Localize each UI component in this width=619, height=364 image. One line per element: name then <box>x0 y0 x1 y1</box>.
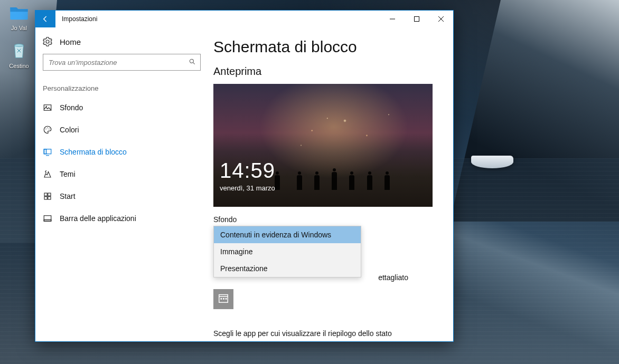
preview-time: 14:59 <box>220 159 275 183</box>
settings-window: Impostazioni Home <box>35 10 454 342</box>
window-title: Impostazioni <box>55 11 380 27</box>
sidebar-item-label: Barra delle applicazioni <box>60 214 136 223</box>
dropdown-option-slideshow[interactable]: Presentazione <box>214 260 361 277</box>
sidebar-item-label: Colori <box>60 126 79 134</box>
page-title: Schermata di blocco <box>213 38 440 56</box>
sidebar-item-label: Schermata di blocco <box>60 148 127 156</box>
calendar-icon <box>218 292 229 306</box>
lockscreen-icon <box>43 147 52 157</box>
search-icon <box>189 58 196 67</box>
dropdown-option-spotlight[interactable]: Contenuti in evidenza di Windows <box>214 226 361 243</box>
svg-rect-1 <box>415 17 419 22</box>
maximize-button[interactable] <box>405 11 429 27</box>
svg-rect-17 <box>221 298 222 300</box>
sidebar-item-themes[interactable]: Temi <box>35 163 208 185</box>
sidebar: Home Personalizzazione Sfondo <box>35 27 208 341</box>
sidebar-section-label: Personalizzazione <box>35 75 208 97</box>
dropdown-option-picture[interactable]: Immagine <box>214 243 361 260</box>
svg-rect-10 <box>44 193 47 196</box>
recycle-bin-icon <box>8 40 30 61</box>
svg-point-2 <box>190 59 193 63</box>
sidebar-item-background[interactable]: Sfondo <box>35 97 208 119</box>
taskbar-icon <box>43 214 52 223</box>
content: Schermata di blocco Anteprima 14:59 vene… <box>208 27 453 341</box>
dropdown-panel: Contenuti in evidenza di Windows Immagin… <box>213 226 361 277</box>
svg-point-0 <box>15 44 24 47</box>
quick-status-label: Scegli le app per cui visualizzare il ri… <box>213 329 437 338</box>
svg-point-7 <box>49 129 50 130</box>
preview-heading: Anteprima <box>213 65 440 78</box>
titlebar: Impostazioni <box>35 11 453 27</box>
sidebar-item-lockscreen[interactable]: Schermata di blocco <box>35 141 208 163</box>
desktop-icon-recyclebin[interactable]: Cestino <box>2 40 36 69</box>
close-button[interactable] <box>429 11 453 27</box>
sidebar-item-label: Sfondo <box>60 103 83 112</box>
background-label: Sfondo <box>213 215 440 224</box>
wallpaper-iceberg <box>471 156 513 168</box>
sidebar-home-label: Home <box>60 37 81 46</box>
back-button[interactable] <box>35 11 55 27</box>
sidebar-home[interactable]: Home <box>35 32 208 52</box>
desktop-icon-user[interactable]: Jo Val <box>2 2 36 31</box>
search-input[interactable] <box>49 59 189 66</box>
svg-rect-12 <box>44 197 47 199</box>
svg-rect-3 <box>44 105 51 111</box>
svg-rect-9 <box>44 149 46 154</box>
sidebar-item-colors[interactable]: Colori <box>35 119 208 141</box>
themes-icon <box>43 169 52 179</box>
search-wrap <box>35 52 208 75</box>
svg-point-4 <box>46 106 47 107</box>
svg-rect-15 <box>44 219 51 221</box>
svg-rect-19 <box>226 298 227 300</box>
start-icon <box>43 191 52 201</box>
svg-rect-11 <box>48 193 51 196</box>
lock-screen-preview: 14:59 venerdì, 31 marzo <box>213 84 433 207</box>
preview-date: venerdì, 31 marzo <box>220 184 275 192</box>
search-box[interactable] <box>43 54 201 71</box>
svg-point-5 <box>45 129 46 130</box>
detailed-status-app-tile[interactable] <box>213 289 233 309</box>
sidebar-item-taskbar[interactable]: Barra delle applicazioni <box>35 207 208 229</box>
picture-icon <box>43 103 52 112</box>
sidebar-item-label: Temi <box>60 170 76 178</box>
palette-icon <box>43 125 52 135</box>
minimize-button[interactable] <box>380 11 405 27</box>
sidebar-item-label: Start <box>60 192 76 200</box>
gear-icon <box>43 37 52 46</box>
svg-point-6 <box>47 128 48 129</box>
svg-rect-13 <box>48 197 51 199</box>
sidebar-item-start[interactable]: Start <box>35 185 208 207</box>
desktop-icon-recyclebin-label: Cestino <box>2 63 36 69</box>
desktop-icon-user-label: Jo Val <box>2 25 36 31</box>
user-folder-icon <box>8 2 30 23</box>
svg-rect-18 <box>223 298 224 300</box>
